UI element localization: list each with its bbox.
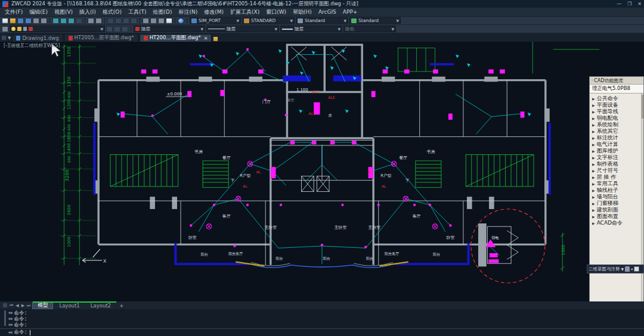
- color-control-combo[interactable]: 随层 ▼: [134, 26, 205, 32]
- layout2-tab[interactable]: Layout2: [86, 302, 116, 309]
- layer-combo[interactable]: ▼: [10, 26, 105, 32]
- menu-file[interactable]: 文件(F): [5, 8, 23, 16]
- doc-tab-ht2005[interactable]: HT2005...层平面图.dwg*: [64, 34, 138, 42]
- layer-properties-icon[interactable]: [2, 26, 8, 32]
- lib-item-sheet-layout[interactable]: ▶图面布置: [591, 213, 643, 220]
- lock-icon[interactable]: [625, 266, 630, 272]
- doc-tab-drawing1[interactable]: Drawing1.dwg: [12, 34, 63, 42]
- save-icon[interactable]: [17, 18, 24, 24]
- model-tab[interactable]: 模型: [32, 302, 53, 309]
- redo-icon[interactable]: [95, 18, 102, 24]
- expand-arrow-icon: ▶: [592, 135, 595, 141]
- add-layout-icon[interactable]: +: [117, 303, 126, 309]
- layer-states-icon[interactable]: [122, 26, 128, 32]
- design-center-icon[interactable]: [150, 18, 157, 24]
- new-tab-icon[interactable]: [213, 36, 218, 42]
- linetype-control-combo[interactable]: 随层 ▼: [206, 26, 279, 32]
- next-layout-icon[interactable]: ▶: [21, 303, 25, 308]
- chevron-down-icon[interactable]: ▾: [631, 267, 633, 271]
- workspace-label[interactable]: 二维草图与注释: [589, 266, 620, 272]
- dim-style-combo[interactable]: STANDARD ▼: [242, 17, 295, 24]
- lib-item-make-table[interactable]: ▶制作表格: [591, 161, 643, 167]
- tab-close-icon[interactable]: ✕: [204, 36, 208, 41]
- undo-icon[interactable]: [88, 18, 94, 24]
- lib-item-plan-equipment[interactable]: ▶平面设备: [591, 102, 643, 108]
- zoom-realtime-icon[interactable]: [115, 18, 122, 24]
- lib-item-common-commands[interactable]: ▶公共命令: [591, 95, 643, 102]
- save-all-icon[interactable]: [25, 18, 32, 24]
- make-object-layer-current-icon[interactable]: [106, 26, 113, 32]
- menu-edit[interactable]: 编辑(E): [29, 8, 48, 16]
- menu-window[interactable]: 窗口(W): [266, 8, 286, 16]
- lib-item-system-other[interactable]: ▶系统其它: [591, 128, 643, 135]
- lib-item-layer-operations[interactable]: ▶层 操 作: [591, 174, 643, 181]
- doc-tab-active[interactable]: HT200...平面图.dwg* ✕: [140, 34, 212, 42]
- lib-item-electrical-calc[interactable]: ▶电气计算: [591, 141, 643, 148]
- library-panel-title-bar[interactable]: ⁞ CAD功能图库: [590, 77, 643, 85]
- layout1-tab[interactable]: Layout1: [54, 302, 84, 309]
- lib-item-axis-columns[interactable]: ▶轴线柱子: [591, 187, 643, 194]
- properties-palette-icon[interactable]: [143, 18, 149, 24]
- last-layout-icon[interactable]: ⏭: [26, 303, 31, 308]
- lib-item-system-drawing[interactable]: ▶系统绘制: [591, 122, 643, 128]
- chevron-down-icon[interactable]: ▼: [621, 267, 624, 271]
- menu-draw[interactable]: 绘图(D): [153, 8, 172, 16]
- menu-tools[interactable]: 工具(T): [128, 8, 147, 16]
- drawing-label: 1400: [67, 143, 72, 154]
- pan-icon[interactable]: [107, 18, 114, 24]
- plot-icon[interactable]: [33, 18, 39, 24]
- lib-item-walls-balcony[interactable]: ▶墙与阳台: [591, 194, 643, 200]
- quick-view-icon[interactable]: [2, 303, 8, 308]
- text-style-combo[interactable]: SIM_PORT ▼: [190, 17, 241, 24]
- clean-screen-icon[interactable]: [634, 266, 639, 272]
- lineweight-control-combo[interactable]: 随层 ▼: [280, 26, 342, 32]
- copy-icon[interactable]: [60, 18, 67, 24]
- zoom-previous-icon[interactable]: [131, 18, 137, 24]
- plot-style-combo[interactable]: 随色 ▼: [343, 26, 396, 32]
- lib-item-low-voltage[interactable]: ▶弱电配电: [591, 115, 643, 122]
- menu-help[interactable]: 帮助(H): [293, 8, 312, 16]
- drawing-canvas[interactable]: [-][俯视][二维线框][WCS]: [0, 42, 644, 301]
- plot-preview-icon[interactable]: [41, 18, 47, 24]
- viewport-controls[interactable]: [-][俯视][二维线框][WCS]: [4, 42, 60, 49]
- library-product-name[interactable]: 理正电气5.0PB8: [590, 85, 643, 94]
- zoom-window-icon[interactable]: [123, 18, 129, 24]
- lib-item-annotation-stats[interactable]: ▶标注统计: [591, 135, 643, 141]
- toolbox-icon[interactable]: [158, 18, 165, 24]
- command-scrollbar[interactable]: [4, 310, 6, 326]
- mleader-style-combo[interactable]: Standard ▼: [349, 17, 401, 24]
- menu-modify[interactable]: 修改(M): [204, 8, 224, 16]
- first-layout-icon[interactable]: ⏮: [9, 303, 14, 308]
- table-style-combo[interactable]: Standard ▼: [296, 17, 348, 24]
- tab-list-icon[interactable]: [1, 35, 7, 41]
- lib-item-plan-wires[interactable]: ▶平面导线: [591, 108, 643, 115]
- menu-arcgis[interactable]: ArcGIS: [318, 9, 336, 15]
- menu-insert[interactable]: 插入(I): [79, 8, 96, 16]
- menu-view[interactable]: 视图(V): [54, 8, 73, 16]
- paste-icon[interactable]: [68, 18, 75, 24]
- lib-item-acad-commands[interactable]: ▶ACAD命令: [591, 220, 643, 226]
- menu-app-plus[interactable]: APP+: [343, 9, 358, 15]
- lib-item-text-annotation[interactable]: ▶文字标注: [591, 154, 643, 161]
- lib-item-doors-stairs[interactable]: ▶门窗楼梯: [591, 200, 643, 207]
- tab-menu-arrow-icon[interactable]: ▼: [8, 36, 11, 41]
- minimize-button[interactable]: —: [617, 1, 621, 7]
- close-button[interactable]: ✕: [637, 1, 642, 7]
- menu-express[interactable]: 扩展工具(X): [230, 8, 259, 16]
- layer-previous-icon[interactable]: [114, 26, 120, 32]
- menu-dimension[interactable]: 标注(N): [178, 8, 197, 16]
- sheet-set-icon[interactable]: [166, 18, 172, 24]
- lib-item-library-maintenance[interactable]: ▶图库维护: [591, 148, 643, 154]
- command-input[interactable]: ◆◆ 命令:: [0, 328, 644, 336]
- render-icon[interactable]: [178, 18, 184, 24]
- menu-format[interactable]: 格式(O): [103, 8, 122, 16]
- cut-icon[interactable]: [52, 18, 59, 24]
- new-file-icon[interactable]: [2, 18, 8, 24]
- match-properties-icon[interactable]: [76, 18, 82, 24]
- prev-layout-icon[interactable]: ◀: [15, 303, 19, 308]
- maximize-button[interactable]: ❐: [627, 1, 631, 7]
- lib-item-common-tools[interactable]: ▶常用工具: [591, 181, 643, 187]
- open-file-icon[interactable]: [10, 18, 16, 24]
- lib-item-dimension-symbols[interactable]: ▶尺寸符号: [591, 167, 643, 174]
- lib-item-building-section[interactable]: ▶建筑剖面: [591, 207, 643, 213]
